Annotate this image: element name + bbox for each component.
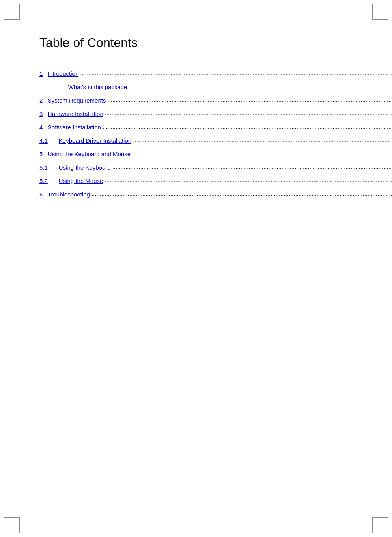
toc-link[interactable]: System Requirements (48, 97, 106, 104)
toc-dots: ........................................… (103, 177, 392, 184)
toc-number[interactable]: 1 (39, 64, 48, 78)
toc-link[interactable]: Using the Keyboard (48, 164, 111, 171)
toc-row: 5.1Using the Keyboard...................… (39, 158, 392, 172)
toc-link[interactable]: What's in this package (48, 84, 127, 90)
corner-mark-tl (4, 4, 20, 20)
toc-number[interactable]: 2 (39, 91, 48, 105)
toc-row: What's in this package..................… (39, 78, 392, 91)
toc-row: 2System Requirements....................… (39, 91, 392, 105)
toc-number[interactable]: 5.1 (39, 158, 48, 172)
toc-number[interactable]: 4 (39, 118, 48, 131)
toc-link[interactable]: Introduction (48, 70, 78, 77)
toc-number[interactable]: 4.1 (39, 131, 48, 145)
toc-label-cell: Keyboard Driver Installation............… (48, 131, 392, 145)
toc-row: 1Introduction...........................… (39, 64, 392, 78)
toc-label-cell: Software Installation...................… (48, 118, 392, 131)
toc-label-cell: Using the Keyboard and Mouse............… (48, 145, 392, 158)
toc-link[interactable]: Using the Mouse (48, 178, 103, 184)
toc-label-cell: Using the Keyboard......................… (48, 158, 392, 172)
toc-link[interactable]: Software Installation (48, 124, 101, 131)
toc-number[interactable]: 3 (39, 105, 48, 118)
toc-number[interactable]: 5.2 (39, 172, 48, 185)
toc-dots: ........................................… (90, 190, 392, 198)
toc-row: 4Software Installation..................… (39, 118, 392, 131)
toc-label-cell: What's in this package..................… (48, 78, 392, 91)
corner-mark-tr (372, 4, 388, 20)
toc-dots: ........................................… (103, 110, 392, 117)
toc-row: 4.1Keyboard Driver Installation.........… (39, 131, 392, 145)
toc-label-cell: Introduction............................… (48, 64, 392, 78)
toc-link[interactable]: Using the Keyboard and Mouse (48, 151, 131, 157)
toc-dots: ........................................… (131, 150, 392, 157)
toc-row: 3Hardware Installation..................… (39, 105, 392, 118)
toc-label-cell: Using the Mouse.........................… (48, 172, 392, 185)
toc-number[interactable]: 6 (39, 185, 48, 198)
toc-dots: ........................................… (131, 137, 392, 144)
toc-dots: ........................................… (78, 69, 392, 77)
toc-label-cell: Hardware Installation...................… (48, 105, 392, 118)
toc-row: 5Using the Keyboard and Mouse...........… (39, 145, 392, 158)
toc-dots: ........................................… (111, 163, 392, 171)
toc-row: 6Troubleshooting........................… (39, 185, 392, 198)
corner-mark-bl (4, 517, 20, 533)
toc-dots: ........................................… (106, 96, 392, 104)
toc-number[interactable]: 5 (39, 145, 48, 158)
toc-link[interactable]: Keyboard Driver Installation (48, 137, 131, 144)
toc-link[interactable]: Troubleshooting (48, 191, 90, 198)
corner-mark-br (372, 517, 388, 533)
toc-row: 5.2Using the Mouse......................… (39, 172, 392, 185)
toc-heading: Table of Contents (39, 36, 353, 50)
toc-label-cell: Troubleshooting.........................… (48, 185, 392, 198)
toc-table: 1Introduction...........................… (39, 64, 392, 198)
toc-link[interactable]: Hardware Installation (48, 110, 103, 117)
toc-dots: ........................................… (127, 83, 392, 90)
toc-number (39, 78, 48, 91)
toc-dots: ........................................… (101, 123, 392, 131)
toc-label-cell: System Requirements.....................… (48, 91, 392, 105)
